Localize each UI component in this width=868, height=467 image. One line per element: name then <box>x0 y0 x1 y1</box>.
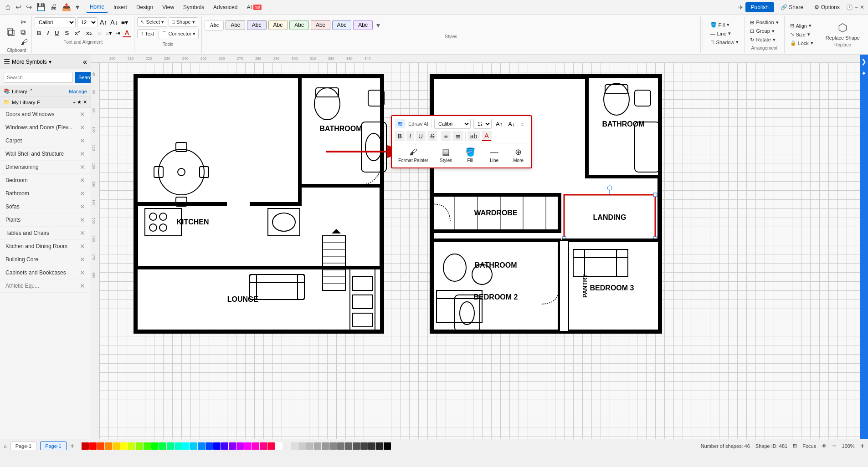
style-item-3[interactable]: Abc <box>268 20 288 30</box>
paste-button[interactable]: ⧉ <box>4 24 18 40</box>
font-color-button[interactable]: A <box>123 29 131 37</box>
library-item-close-12[interactable]: ✕ <box>80 269 85 276</box>
ft-italic[interactable]: I <box>406 131 414 141</box>
font-name-select[interactable]: Calibri <box>35 17 76 27</box>
library-item-close-1[interactable]: ✕ <box>80 124 85 131</box>
library-item-more[interactable]: Athletic Equ... ✕ <box>0 279 91 293</box>
fill-button[interactable]: 🪣 Fill ▾ <box>708 21 742 29</box>
ft-highlight[interactable]: ab <box>467 131 480 141</box>
library-item-building[interactable]: Building Core ✕ <box>0 253 91 266</box>
ft-ordered-list[interactable]: ≡ <box>441 131 450 141</box>
save-icon[interactable]: 💾 <box>35 1 47 13</box>
library-item-dimensioning[interactable]: Dimensioning ✕ <box>0 161 91 174</box>
select-tool-button[interactable]: ↖ Select ▾ <box>137 17 167 27</box>
style-item-7[interactable]: Abc <box>353 20 373 30</box>
style-item-1[interactable]: Abc <box>226 20 245 30</box>
color-swatch[interactable] <box>97 442 104 450</box>
ft-font-select[interactable]: Calibri <box>434 119 471 129</box>
italic-button[interactable]: I <box>45 29 51 37</box>
library-item-kitchen[interactable]: Kitchen and Dining Room ✕ <box>0 240 91 253</box>
menu-view[interactable]: View <box>159 2 178 12</box>
library-item-close-10[interactable]: ✕ <box>80 243 85 250</box>
library-item-close-11[interactable]: ✕ <box>80 256 85 263</box>
color-swatch[interactable] <box>144 442 151 450</box>
size-button[interactable]: ⤡ Size ▾ <box>787 30 816 38</box>
ai-assistant-icon[interactable]: ✦ <box>860 68 868 78</box>
list-icon[interactable]: ≡▾ <box>104 29 113 37</box>
color-swatch[interactable] <box>337 442 344 450</box>
color-swatch[interactable] <box>221 442 228 450</box>
sidebar-collapse-icon[interactable]: « <box>83 58 87 66</box>
replace-shape-button[interactable]: Replace Shape <box>823 34 863 41</box>
copy-button[interactable]: ⧉ <box>19 28 30 37</box>
print-icon[interactable]: 🖨 <box>49 2 59 13</box>
ft-size-select[interactable]: 12 <box>473 119 492 129</box>
bold-button[interactable]: B <box>35 29 43 37</box>
color-swatch[interactable] <box>236 442 244 450</box>
color-swatch[interactable] <box>105 442 112 450</box>
style-item-2[interactable]: Abc <box>247 20 267 30</box>
color-swatch[interactable] <box>89 442 97 450</box>
page-tab-1[interactable]: Page-1 <box>10 442 36 450</box>
color-swatch[interactable] <box>291 442 298 450</box>
manage-link[interactable]: Manage <box>69 89 87 94</box>
shape-dropdown-icon[interactable]: ▾ <box>192 19 195 25</box>
color-swatch[interactable] <box>353 442 360 450</box>
color-swatch[interactable] <box>120 442 128 450</box>
font-shrink-icon[interactable]: A↓ <box>109 18 118 27</box>
color-swatch[interactable] <box>368 442 375 450</box>
color-swatch[interactable] <box>275 442 282 450</box>
color-swatch[interactable] <box>229 442 236 450</box>
group-button[interactable]: ⊡ Group ▾ <box>747 27 781 35</box>
align-icon[interactable]: ≡▾ <box>120 18 129 27</box>
minimize-icon[interactable]: − <box>855 4 858 10</box>
color-swatch[interactable] <box>190 442 197 450</box>
ft-font-color[interactable]: A <box>482 131 491 141</box>
redo-icon[interactable]: ↪ <box>25 1 33 13</box>
color-swatch[interactable] <box>322 442 329 450</box>
home-icon[interactable]: ⌂ <box>4 1 12 13</box>
connector-dropdown-icon[interactable]: ▾ <box>193 31 195 37</box>
text-align-button[interactable]: ≡ <box>95 29 103 37</box>
shape-tool-button[interactable]: □ Shape ▾ <box>169 17 198 27</box>
line-button[interactable]: — Line ▾ <box>708 30 742 37</box>
library-item-close-13[interactable]: ✕ <box>80 282 85 289</box>
ft-unordered-list[interactable]: ≣ <box>452 131 463 141</box>
style-item-4[interactable]: Abc <box>289 20 309 30</box>
text-tool-button[interactable]: T Text <box>137 29 157 38</box>
zoom-out-icon[interactable]: − <box>832 442 836 450</box>
color-swatch[interactable] <box>113 442 120 450</box>
color-swatch[interactable] <box>151 442 159 450</box>
color-swatch[interactable] <box>182 442 190 450</box>
sidebar-menu-icon[interactable]: ☰ <box>4 57 10 66</box>
ft-fill-btn[interactable]: 🪣 Fill <box>460 145 480 165</box>
library-item-close-5[interactable]: ✕ <box>80 177 85 184</box>
my-library-expand-icon[interactable]: E <box>37 100 40 105</box>
ft-styles-btn[interactable]: ▤ Styles <box>436 145 456 165</box>
canvas-content[interactable]: KITCHEN BATHROOM LOUNGE <box>99 63 860 439</box>
cut-button[interactable]: ✂ <box>19 17 30 27</box>
zoom-in-icon[interactable]: + <box>860 442 864 450</box>
color-swatch[interactable] <box>128 442 135 450</box>
sidebar-dropdown-icon[interactable]: ▾ <box>49 59 51 65</box>
ft-align[interactable]: ≡ <box>519 120 525 128</box>
close-icon[interactable]: ✕ <box>860 4 864 10</box>
view-icon[interactable]: 👁 <box>822 443 827 449</box>
my-library-star-icon[interactable]: ★ <box>77 99 82 105</box>
select-dropdown-icon[interactable]: ▾ <box>161 19 164 25</box>
library-item-wall[interactable]: Wall Shell and Structure ✕ <box>0 147 91 161</box>
color-swatch[interactable] <box>360 442 368 450</box>
library-expand-icon[interactable]: ⌃ <box>29 88 33 94</box>
ft-underline[interactable]: U <box>416 131 426 141</box>
color-swatch[interactable] <box>82 442 89 450</box>
bottom-home-icon[interactable]: ⌂ <box>4 443 7 449</box>
indent-icon[interactable]: ⇥ <box>114 29 121 37</box>
ft-format-painter-btn[interactable]: 🖌 Format Painter <box>395 146 432 165</box>
library-item-doors[interactable]: Doors and Windows ✕ <box>0 108 91 121</box>
page-tab-2[interactable]: Page-1 <box>40 442 66 450</box>
ft-font-grow[interactable]: A↑ <box>494 120 504 128</box>
library-item-carpet[interactable]: Carpet ✕ <box>0 134 91 147</box>
library-item-bathroom[interactable]: Bathroom ✕ <box>0 187 91 200</box>
color-swatch[interactable] <box>159 442 166 450</box>
color-swatch[interactable] <box>205 442 213 450</box>
